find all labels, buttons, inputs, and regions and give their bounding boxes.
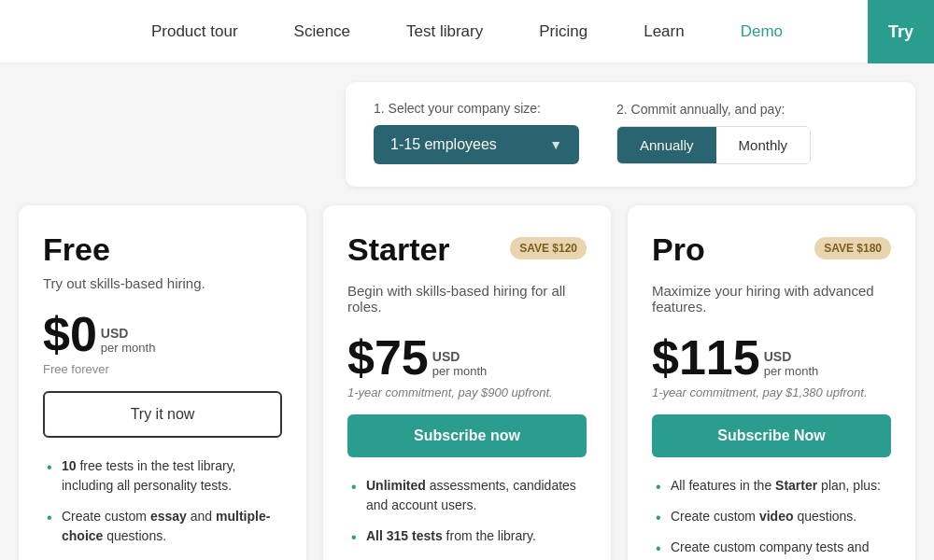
free-plan-tagline: Try out skills-based hiring. (43, 275, 282, 291)
company-size-value: 1-15 employees (390, 136, 497, 153)
starter-card-header: Starter SAVE $120 (347, 231, 587, 275)
starter-commitment: 1-year commitment, pay $900 upfront. (347, 385, 587, 399)
starter-currency: USD (432, 349, 488, 364)
billing-label: 2. Commit annually, and pay: (616, 102, 811, 117)
starter-plan-name: Starter (347, 231, 450, 268)
free-plan-name: Free (43, 231, 282, 268)
nav-science[interactable]: Science (266, 15, 378, 49)
starter-cta-button[interactable]: Subscribe now (347, 414, 587, 457)
try-button[interactable]: Try (868, 0, 934, 63)
nav-pricing[interactable]: Pricing (511, 15, 616, 49)
list-item: 10 free tests in the test library, inclu… (43, 456, 282, 496)
pro-commitment: 1-year commitment, pay $1,380 upfront. (652, 385, 891, 399)
free-subtext: Free forever (43, 362, 282, 376)
list-item: Unlimited assessments, candidates and ac… (347, 476, 587, 515)
list-item: Create custom essay and multiple-choice … (43, 507, 282, 546)
free-period: per month (101, 341, 156, 355)
pro-currency: USD (764, 349, 819, 364)
starter-price-row: $75 USD per month (347, 333, 587, 382)
pro-plan-name: Pro (652, 231, 705, 268)
free-cta-button[interactable]: Try it now (43, 391, 282, 438)
starter-features-list: Unlimited assessments, candidates and ac… (347, 476, 587, 560)
pro-card-header: Pro SAVE $180 (652, 231, 891, 275)
pro-plan-card: Pro SAVE $180 Maximize your hiring with … (628, 205, 915, 560)
starter-period: per month (432, 364, 488, 378)
billing-monthly[interactable]: Monthly (716, 127, 811, 163)
company-size-label: 1. Select your company size: (374, 101, 579, 116)
nav-product-tour[interactable]: Product tour (123, 15, 266, 49)
list-item: Create custom company tests and coding c… (652, 538, 891, 560)
pro-cta-button[interactable]: Subscribe Now (652, 414, 891, 457)
list-item: All features in the Starter plan, plus: (652, 476, 891, 496)
free-plan-card: Free Try out skills-based hiring. $0 USD… (19, 205, 306, 560)
pricing-cards: Free Try out skills-based hiring. $0 USD… (19, 205, 915, 560)
plan-selector-card: 1. Select your company size: 1-15 employ… (346, 82, 915, 187)
starter-plan-card: Starter SAVE $120 Begin with skills-base… (323, 205, 611, 560)
list-item: All 315 tests from the library. (347, 526, 587, 546)
pro-plan-tagline: Maximize your hiring with advanced featu… (652, 283, 891, 315)
billing-section: 2. Commit annually, and pay: Annually Mo… (616, 102, 811, 164)
company-size-dropdown[interactable]: 1-15 employees ▼ (374, 125, 579, 164)
pro-features-list: All features in the Starter plan, plus: … (652, 476, 891, 560)
pro-period: per month (764, 364, 819, 378)
navigation: Product tour Science Test library Pricin… (0, 0, 934, 63)
pro-save-badge: SAVE $180 (814, 237, 891, 259)
pro-price: $115 (652, 333, 760, 382)
nav-demo[interactable]: Demo (713, 15, 811, 49)
free-currency: USD (101, 326, 156, 341)
starter-plan-tagline: Begin with skills-based hiring for all r… (347, 283, 587, 315)
company-size-section: 1. Select your company size: 1-15 employ… (374, 101, 579, 164)
free-price-row: $0 USD per month (43, 310, 282, 358)
list-item: Create custom video questions. (652, 507, 891, 526)
chevron-down-icon: ▼ (549, 137, 562, 152)
pro-price-row: $115 USD per month (652, 333, 891, 382)
billing-toggle: Annually Monthly (616, 126, 811, 164)
billing-annually[interactable]: Annually (617, 127, 716, 163)
starter-save-badge: SAVE $120 (510, 237, 587, 259)
free-price-meta: USD per month (101, 326, 156, 358)
starter-price: $75 (347, 333, 429, 382)
starter-price-meta: USD per month (432, 349, 488, 382)
pro-price-meta: USD per month (764, 349, 819, 382)
free-features-list: 10 free tests in the test library, inclu… (43, 456, 282, 560)
main-content: 1. Select your company size: 1-15 employ… (0, 63, 934, 560)
nav-links: Product tour Science Test library Pricin… (19, 15, 915, 49)
free-price: $0 (43, 310, 97, 358)
nav-learn[interactable]: Learn (616, 15, 712, 49)
nav-test-library[interactable]: Test library (378, 15, 511, 49)
